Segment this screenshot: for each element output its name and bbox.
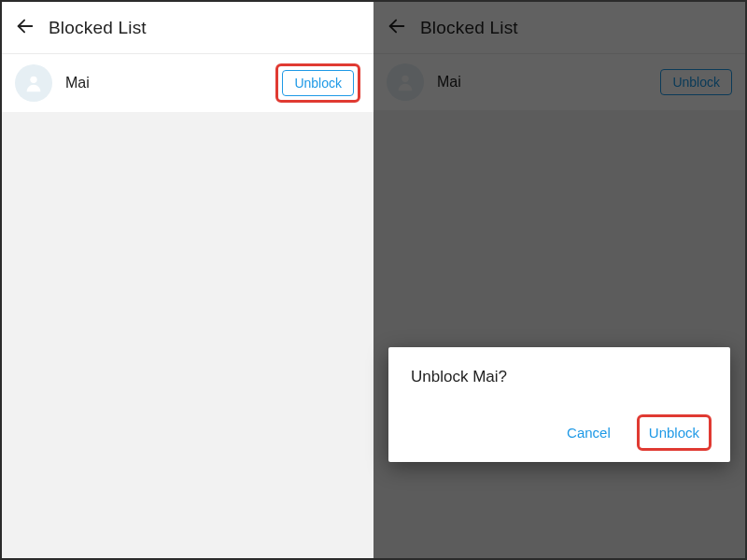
blocked-user-name: Mai <box>65 75 262 91</box>
page-title: Blocked List <box>49 18 147 38</box>
dialog-actions: Cancel Unblock <box>411 414 712 451</box>
header: Blocked List <box>2 2 374 54</box>
cancel-button[interactable]: Cancel <box>563 419 614 446</box>
modal-scrim[interactable] <box>374 2 745 558</box>
confirm-unblock-button[interactable]: Unblock <box>645 419 703 446</box>
list-item: Mai Unblock <box>2 54 374 112</box>
back-arrow-icon[interactable] <box>15 16 35 40</box>
screen-blocked-list: Blocked List Mai Unblock <box>2 2 374 558</box>
screen-unblock-confirm: Blocked List Mai Unblock Unblock Mai? Ca… <box>374 2 745 558</box>
unblock-button[interactable]: Unblock <box>282 70 354 96</box>
blocked-list: Mai Unblock <box>2 54 374 112</box>
svg-point-1 <box>30 77 36 83</box>
unblock-dialog: Unblock Mai? Cancel Unblock <box>388 347 730 462</box>
annotation-highlight: Unblock <box>637 414 712 451</box>
annotation-highlight: Unblock <box>275 63 360 103</box>
avatar-icon <box>15 64 52 102</box>
dialog-title: Unblock Mai? <box>411 368 712 386</box>
empty-area <box>2 112 374 558</box>
